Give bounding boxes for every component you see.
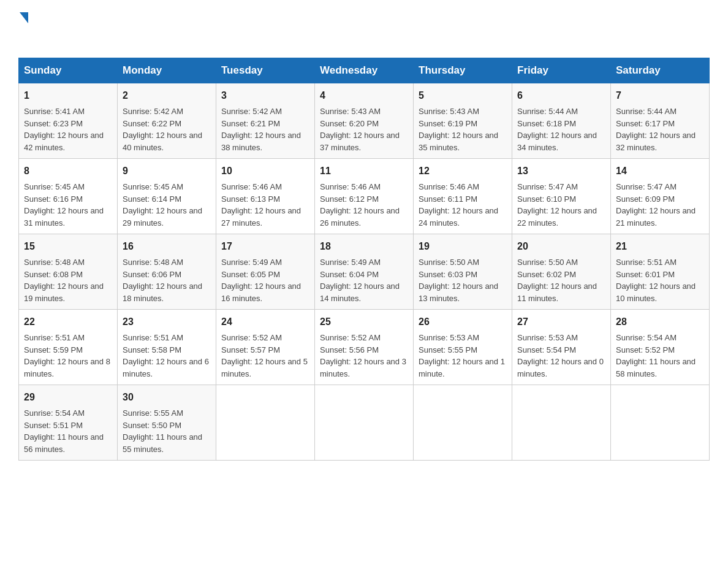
calendar-cell: 29Sunrise: 5:54 AMSunset: 5:51 PMDayligh… — [19, 385, 118, 461]
calendar-cell — [315, 385, 414, 461]
calendar-cell — [611, 385, 710, 461]
calendar-cell: 27Sunrise: 5:53 AMSunset: 5:54 PMDayligh… — [512, 310, 611, 385]
day-info: Sunrise: 5:46 AMSunset: 6:11 PMDaylight:… — [419, 182, 498, 228]
day-info: Sunrise: 5:49 AMSunset: 6:05 PMDaylight:… — [221, 258, 301, 303]
day-info: Sunrise: 5:43 AMSunset: 6:20 PMDaylight:… — [320, 107, 400, 152]
day-info: Sunrise: 5:48 AMSunset: 6:06 PMDaylight:… — [123, 258, 202, 303]
weekday-header-friday: Friday — [512, 58, 611, 83]
day-info: Sunrise: 5:49 AMSunset: 6:04 PMDaylight:… — [320, 258, 400, 303]
day-info: Sunrise: 5:42 AMSunset: 6:22 PMDaylight:… — [123, 107, 202, 152]
calendar-cell: 1Sunrise: 5:41 AMSunset: 6:23 PMDaylight… — [19, 83, 118, 159]
day-number: 5 — [419, 88, 507, 103]
weekday-header-sunday: Sunday — [19, 58, 118, 83]
day-info: Sunrise: 5:41 AMSunset: 6:23 PMDaylight:… — [24, 107, 104, 152]
calendar-cell: 25Sunrise: 5:52 AMSunset: 5:56 PMDayligh… — [315, 310, 414, 385]
day-info: Sunrise: 5:46 AMSunset: 6:13 PMDaylight:… — [221, 182, 301, 228]
day-info: Sunrise: 5:48 AMSunset: 6:08 PMDaylight:… — [24, 258, 104, 303]
weekday-header-wednesday: Wednesday — [315, 58, 414, 83]
calendar-cell: 17Sunrise: 5:49 AMSunset: 6:05 PMDayligh… — [216, 234, 315, 310]
day-number: 22 — [24, 315, 112, 329]
day-number: 21 — [616, 239, 704, 254]
day-number: 10 — [221, 164, 309, 178]
calendar-week-row: 8Sunrise: 5:45 AMSunset: 6:16 PMDaylight… — [19, 159, 710, 234]
day-number: 8 — [24, 164, 112, 178]
weekday-header-saturday: Saturday — [611, 58, 710, 83]
calendar-cell: 3Sunrise: 5:42 AMSunset: 6:21 PMDaylight… — [216, 83, 315, 159]
day-number: 1 — [24, 88, 112, 103]
calendar-cell: 18Sunrise: 5:49 AMSunset: 6:04 PMDayligh… — [315, 234, 414, 310]
day-info: Sunrise: 5:47 AMSunset: 6:09 PMDaylight:… — [616, 182, 696, 228]
calendar-cell: 21Sunrise: 5:51 AMSunset: 6:01 PMDayligh… — [611, 234, 710, 310]
day-number: 16 — [123, 239, 211, 254]
day-number: 23 — [123, 315, 211, 329]
day-number: 3 — [221, 88, 309, 103]
day-info: Sunrise: 5:44 AMSunset: 6:18 PMDaylight:… — [517, 107, 597, 152]
day-info: Sunrise: 5:45 AMSunset: 6:16 PMDaylight:… — [24, 182, 104, 228]
day-number: 13 — [517, 164, 605, 178]
calendar-week-row: 15Sunrise: 5:48 AMSunset: 6:08 PMDayligh… — [19, 234, 710, 310]
calendar-cell — [512, 385, 611, 461]
day-number: 29 — [24, 390, 112, 405]
calendar-cell: 28Sunrise: 5:54 AMSunset: 5:52 PMDayligh… — [611, 310, 710, 385]
calendar-cell: 9Sunrise: 5:45 AMSunset: 6:14 PMDaylight… — [118, 159, 216, 234]
calendar-week-row: 1Sunrise: 5:41 AMSunset: 6:23 PMDaylight… — [19, 83, 710, 159]
calendar-table: SundayMondayTuesdayWednesdayThursdayFrid… — [18, 58, 710, 461]
calendar-cell: 6Sunrise: 5:44 AMSunset: 6:18 PMDaylight… — [512, 83, 611, 159]
day-info: Sunrise: 5:42 AMSunset: 6:21 PMDaylight:… — [221, 107, 301, 152]
day-number: 30 — [123, 390, 211, 405]
weekday-header-thursday: Thursday — [414, 58, 512, 83]
day-number: 26 — [419, 315, 507, 329]
day-number: 12 — [419, 164, 507, 178]
calendar-cell: 22Sunrise: 5:51 AMSunset: 5:59 PMDayligh… — [19, 310, 118, 385]
page-header — [18, 12, 710, 45]
weekday-header-monday: Monday — [118, 58, 216, 83]
calendar-cell: 24Sunrise: 5:52 AMSunset: 5:57 PMDayligh… — [216, 310, 315, 385]
calendar-cell — [216, 385, 315, 461]
calendar-cell: 8Sunrise: 5:45 AMSunset: 6:16 PMDaylight… — [19, 159, 118, 234]
day-number: 19 — [419, 239, 507, 254]
day-number: 25 — [320, 315, 408, 329]
day-info: Sunrise: 5:50 AMSunset: 6:02 PMDaylight:… — [517, 258, 597, 303]
day-info: Sunrise: 5:54 AMSunset: 5:51 PMDaylight:… — [24, 408, 104, 454]
day-number: 15 — [24, 239, 112, 254]
day-info: Sunrise: 5:53 AMSunset: 5:55 PMDaylight:… — [419, 333, 505, 378]
calendar-cell: 13Sunrise: 5:47 AMSunset: 6:10 PMDayligh… — [512, 159, 611, 234]
day-info: Sunrise: 5:53 AMSunset: 5:54 PMDaylight:… — [517, 333, 604, 378]
calendar-cell: 7Sunrise: 5:44 AMSunset: 6:17 PMDaylight… — [611, 83, 710, 159]
day-info: Sunrise: 5:52 AMSunset: 5:56 PMDaylight:… — [320, 333, 406, 378]
day-number: 7 — [616, 88, 704, 103]
day-number: 6 — [517, 88, 605, 103]
day-info: Sunrise: 5:51 AMSunset: 6:01 PMDaylight:… — [616, 258, 696, 303]
calendar-cell: 16Sunrise: 5:48 AMSunset: 6:06 PMDayligh… — [118, 234, 216, 310]
day-number: 17 — [221, 239, 309, 254]
day-number: 11 — [320, 164, 408, 178]
calendar-cell — [414, 385, 512, 461]
calendar-cell: 26Sunrise: 5:53 AMSunset: 5:55 PMDayligh… — [414, 310, 512, 385]
day-number: 18 — [320, 239, 408, 254]
day-info: Sunrise: 5:44 AMSunset: 6:17 PMDaylight:… — [616, 107, 696, 152]
calendar-cell: 23Sunrise: 5:51 AMSunset: 5:58 PMDayligh… — [118, 310, 216, 385]
day-info: Sunrise: 5:43 AMSunset: 6:19 PMDaylight:… — [419, 107, 498, 152]
calendar-cell: 10Sunrise: 5:46 AMSunset: 6:13 PMDayligh… — [216, 159, 315, 234]
day-number: 9 — [123, 164, 211, 178]
logo — [18, 12, 28, 45]
day-number: 14 — [616, 164, 704, 178]
day-info: Sunrise: 5:50 AMSunset: 6:03 PMDaylight:… — [419, 258, 498, 303]
calendar-cell: 30Sunrise: 5:55 AMSunset: 5:50 PMDayligh… — [118, 385, 216, 461]
weekday-header-row: SundayMondayTuesdayWednesdayThursdayFrid… — [19, 58, 710, 83]
calendar-cell: 4Sunrise: 5:43 AMSunset: 6:20 PMDaylight… — [315, 83, 414, 159]
day-number: 4 — [320, 88, 408, 103]
calendar-cell: 11Sunrise: 5:46 AMSunset: 6:12 PMDayligh… — [315, 159, 414, 234]
day-info: Sunrise: 5:54 AMSunset: 5:52 PMDaylight:… — [616, 333, 696, 378]
calendar-cell: 5Sunrise: 5:43 AMSunset: 6:19 PMDaylight… — [414, 83, 512, 159]
day-info: Sunrise: 5:51 AMSunset: 5:58 PMDaylight:… — [123, 333, 209, 378]
calendar-cell: 19Sunrise: 5:50 AMSunset: 6:03 PMDayligh… — [414, 234, 512, 310]
day-number: 20 — [517, 239, 605, 254]
logo-triangle-icon — [20, 12, 28, 23]
day-info: Sunrise: 5:45 AMSunset: 6:14 PMDaylight:… — [123, 182, 202, 228]
weekday-header-tuesday: Tuesday — [216, 58, 315, 83]
day-number: 27 — [517, 315, 605, 329]
day-info: Sunrise: 5:46 AMSunset: 6:12 PMDaylight:… — [320, 182, 400, 228]
day-number: 2 — [123, 88, 211, 103]
day-info: Sunrise: 5:47 AMSunset: 6:10 PMDaylight:… — [517, 182, 597, 228]
